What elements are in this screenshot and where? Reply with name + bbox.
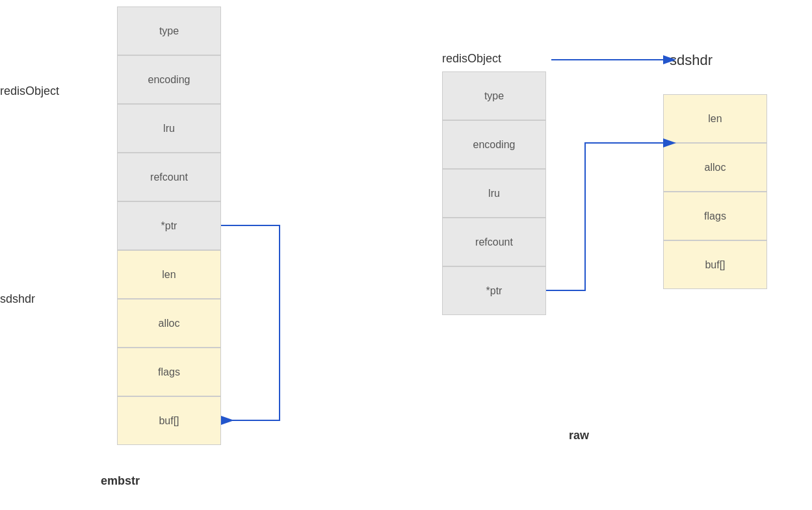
right-sdshdr-buf: buf[] (663, 240, 767, 289)
left-cell-len: len (117, 250, 221, 299)
left-cell-buf: buf[] (117, 396, 221, 445)
right-sdshdr-len: len (663, 94, 767, 143)
right-sdshdr-flags: flags (663, 192, 767, 240)
right-cell-refcount: refcount (442, 218, 546, 266)
embstr-arrow (221, 225, 280, 420)
right-label-raw: raw (569, 429, 589, 442)
left-label-redisobject: redisObject (0, 84, 59, 98)
diagram-container: type encoding lru refcount *ptr len allo… (0, 0, 812, 510)
left-label-sdshdr: sdshdr (0, 292, 35, 306)
right-stack-left: type encoding lru refcount *ptr (442, 71, 546, 315)
right-cell-lru: lru (442, 169, 546, 218)
right-stack-right: len alloc flags buf[] (663, 94, 767, 289)
left-cell-type: type (117, 6, 221, 55)
left-cell-alloc: alloc (117, 299, 221, 348)
right-sdshdr-alloc: alloc (663, 143, 767, 192)
left-cell-lru: lru (117, 104, 221, 153)
left-cell-ptr: *ptr (117, 201, 221, 250)
left-stack: type encoding lru refcount *ptr len allo… (117, 6, 221, 445)
left-label-embstr: embstr (101, 474, 140, 488)
left-cell-refcount: refcount (117, 153, 221, 201)
right-cell-encoding: encoding (442, 120, 546, 169)
right-cell-type: type (442, 71, 546, 120)
left-cell-encoding: encoding (117, 55, 221, 104)
right-label-redisobject: redisObject (442, 52, 501, 66)
raw-arrow (546, 143, 663, 290)
right-cell-ptr: *ptr (442, 266, 546, 315)
left-cell-flags: flags (117, 348, 221, 396)
right-label-sdshdr: sdshdr (670, 52, 713, 69)
